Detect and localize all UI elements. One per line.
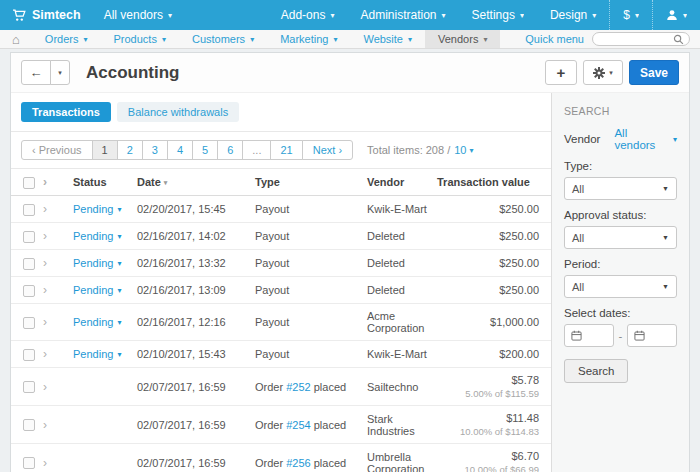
row-checkbox[interactable]: [23, 457, 35, 469]
nav-item-vendors[interactable]: Vendors▾: [425, 30, 500, 48]
menu-settings[interactable]: Settings▾: [459, 0, 537, 30]
date-from-input[interactable]: [564, 324, 614, 347]
type-text: Payout: [255, 316, 289, 328]
vendor-filter-link[interactable]: All vendors▾: [614, 127, 677, 151]
status-dropdown[interactable]: Pending▾: [73, 316, 121, 328]
account-menu[interactable]: ▾: [652, 0, 700, 30]
transaction-value: $250.00: [437, 257, 539, 269]
row-checkbox[interactable]: [23, 204, 35, 216]
order-link[interactable]: #254: [286, 419, 310, 431]
expand-row-icon[interactable]: ›: [43, 418, 47, 432]
type-text: Order: [255, 381, 286, 393]
back-dropdown-button[interactable]: ▾: [50, 60, 70, 85]
sidebar-title: SEARCH: [564, 105, 677, 117]
value-cell: $11.4810.00% of $114.83: [433, 406, 551, 444]
search-icon[interactable]: [673, 34, 684, 45]
vendor-switcher[interactable]: All vendors ▾: [91, 0, 185, 30]
nav-products-label: Products: [114, 33, 157, 45]
type-text: Payout: [255, 230, 289, 242]
expand-row-icon[interactable]: ›: [43, 380, 47, 394]
expand-row-icon[interactable]: ›: [43, 315, 47, 329]
order-link[interactable]: #252: [286, 381, 310, 393]
previous-label: Previous: [39, 144, 82, 156]
sidebar-search-button[interactable]: Search: [564, 359, 628, 383]
tab-balance-withdrawals[interactable]: Balance withdrawals: [117, 102, 239, 122]
chevron-down-icon: ▾: [117, 205, 121, 214]
approval-status-select[interactable]: All▼: [564, 226, 677, 249]
page: ← ▾ Accounting + ▾ Save Transactions Bal…: [0, 49, 700, 472]
row-checkbox[interactable]: [23, 349, 35, 361]
status-dropdown[interactable]: Pending▾: [73, 203, 121, 215]
pagination-page-5[interactable]: 5: [192, 140, 218, 160]
add-button[interactable]: +: [545, 60, 577, 85]
row-checkbox[interactable]: [23, 258, 35, 270]
brand-logo[interactable]: Simtech: [0, 0, 91, 30]
menu-design[interactable]: Design▾: [537, 0, 609, 30]
nav-item-orders[interactable]: Orders▾: [32, 30, 101, 48]
nav-item-products[interactable]: Products▾: [101, 30, 179, 48]
pagination-page-3[interactable]: 3: [142, 140, 168, 160]
menu-settings-label: Settings: [472, 8, 515, 22]
pagination-page-6[interactable]: 6: [217, 140, 243, 160]
per-page-selector[interactable]: 10▾: [454, 144, 473, 156]
value-cell: $250.00: [433, 196, 551, 223]
row-checkbox[interactable]: [23, 231, 35, 243]
home-icon[interactable]: ⌂: [0, 30, 32, 48]
vendor-cell: Deleted: [363, 277, 433, 304]
row-checkbox[interactable]: [23, 317, 35, 329]
search-sidebar: SEARCH Vendor All vendors▾ Type: All▼ Ap…: [551, 93, 689, 472]
tab-transactions[interactable]: Transactions: [21, 102, 111, 122]
pagination-page-2[interactable]: 2: [117, 140, 143, 160]
quick-menu-link[interactable]: Quick menu: [525, 33, 584, 45]
pagination-page-4[interactable]: 4: [167, 140, 193, 160]
chevron-down-icon: ▾: [117, 318, 121, 327]
expand-row-icon[interactable]: ›: [43, 283, 47, 297]
row-checkbox[interactable]: [23, 419, 35, 431]
period-select[interactable]: All▼: [564, 275, 677, 298]
pagination-next[interactable]: Next ›: [302, 140, 353, 160]
column-type[interactable]: Type: [251, 169, 363, 196]
transaction-value: $250.00: [437, 284, 539, 296]
chevron-down-icon: ▾: [635, 11, 639, 20]
quick-search-input[interactable]: [598, 34, 673, 45]
type-filter-label: Type:: [564, 160, 677, 172]
date-to-input[interactable]: [627, 324, 677, 347]
column-date[interactable]: Date▾: [133, 169, 251, 196]
chevron-down-icon: ▾: [442, 11, 446, 20]
status-dropdown[interactable]: Pending▾: [73, 348, 121, 360]
nav-item-customers[interactable]: Customers▾: [179, 30, 267, 48]
pagination-page-1[interactable]: 1: [92, 140, 118, 160]
nav-item-marketing[interactable]: Marketing▾: [267, 30, 350, 48]
vendor-cell: Kwik-E-Mart: [363, 196, 433, 223]
column-transaction-value[interactable]: Transaction value: [433, 169, 551, 196]
date-cell: 02/16/2017, 12:16: [133, 304, 251, 341]
chevron-down-icon: ▾: [333, 35, 337, 44]
column-status[interactable]: Status: [69, 169, 133, 196]
pagination-previous[interactable]: ‹ Previous: [21, 140, 93, 160]
currency-menu[interactable]: $▾: [609, 0, 652, 30]
select-all-checkbox[interactable]: [23, 177, 35, 189]
expand-row-icon[interactable]: ›: [43, 202, 47, 216]
pagination-page-21[interactable]: 21: [270, 140, 302, 160]
nav-item-website[interactable]: Website▾: [350, 30, 425, 48]
expand-row-icon[interactable]: ›: [43, 347, 47, 361]
expand-row-icon[interactable]: ›: [43, 229, 47, 243]
settings-button[interactable]: ▾: [583, 60, 623, 85]
menu-administration[interactable]: Administration▾: [347, 0, 458, 30]
transactions-table: › Status Date▾ Type Vendor Transaction v…: [11, 169, 551, 472]
column-vendor[interactable]: Vendor: [363, 169, 433, 196]
expand-row-icon[interactable]: ›: [43, 456, 47, 470]
status-dropdown[interactable]: Pending▾: [73, 230, 121, 242]
value-cell: $250.00: [433, 277, 551, 304]
order-link[interactable]: #256: [286, 457, 310, 469]
expand-all-icon[interactable]: ›: [43, 175, 47, 189]
menu-addons[interactable]: Add-ons▾: [268, 0, 348, 30]
expand-row-icon[interactable]: ›: [43, 256, 47, 270]
save-button[interactable]: Save: [629, 60, 679, 85]
type-select[interactable]: All▼: [564, 177, 677, 200]
status-dropdown[interactable]: Pending▾: [73, 257, 121, 269]
row-checkbox[interactable]: [23, 285, 35, 297]
back-button[interactable]: ←: [21, 60, 51, 85]
row-checkbox[interactable]: [23, 381, 35, 393]
status-dropdown[interactable]: Pending▾: [73, 284, 121, 296]
